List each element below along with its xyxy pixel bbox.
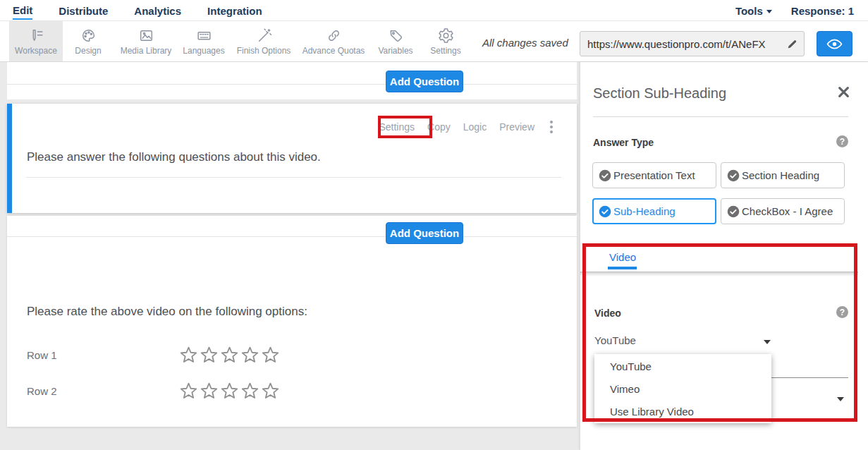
gear-icon — [437, 27, 455, 44]
toolbar-label: Variables — [378, 46, 412, 56]
star-icon[interactable] — [178, 381, 199, 401]
question-actions: Settings Copy Logic Preview — [379, 119, 556, 135]
toolbar-label: Media Library — [121, 46, 172, 56]
question-logic-link[interactable]: Logic — [463, 121, 487, 133]
chevron-down-icon[interactable] — [764, 340, 771, 344]
dropdown-option-youtube[interactable]: YouTube — [594, 355, 771, 378]
rating-row-1: Row 1 — [27, 343, 281, 366]
toolbar-label: Finish Options — [237, 46, 291, 56]
response-count[interactable]: Response: 1 — [791, 2, 854, 19]
answer-type-label: Answer Type — [593, 137, 654, 148]
star-rating-row-1[interactable] — [178, 345, 281, 365]
toolbar-item-finish-options[interactable]: Finish Options — [229, 21, 298, 61]
survey-toolbar: Workspace Design Media Library Languages… — [0, 21, 868, 62]
dropdown-option-use-library-video[interactable]: Use Library Video — [594, 401, 771, 423]
question-card-rating[interactable]: Add Question Please rate the above video… — [7, 216, 577, 427]
image-icon — [137, 27, 155, 44]
answer-type-checkbox-i-agree[interactable]: CheckBox - I Agree — [721, 198, 845, 224]
workspace-icon — [27, 27, 45, 44]
star-icon[interactable] — [178, 345, 199, 365]
nav-tab-edit[interactable]: Edit — [13, 1, 32, 20]
dropdown-option-vimeo[interactable]: Vimeo — [594, 378, 771, 401]
nav-tab-analytics[interactable]: Analytics — [134, 2, 181, 19]
active-tab-underline — [608, 267, 637, 269]
star-icon[interactable] — [219, 345, 240, 365]
check-circle-icon — [599, 205, 611, 218]
star-icon[interactable] — [260, 381, 281, 401]
question-settings-panel: Section Sub-Heading Answer Type ? Presen… — [580, 62, 868, 450]
section-divider — [7, 236, 577, 237]
video-source-dropdown: YouTube Vimeo Use Library Video — [594, 354, 771, 423]
answer-type-sub-heading[interactable]: Sub-Heading — [592, 198, 716, 224]
survey-url-field[interactable] — [580, 31, 805, 56]
nav-tab-distribute[interactable]: Distribute — [59, 2, 108, 19]
star-icon[interactable] — [219, 381, 240, 401]
row-label: Row 1 — [27, 349, 178, 361]
video-source-select[interactable]: YouTube — [594, 334, 636, 346]
question-preview-link[interactable]: Preview — [499, 121, 534, 133]
panel-title: Section Sub-Heading — [593, 85, 726, 102]
eye-icon — [826, 38, 843, 50]
question-more-menu[interactable] — [547, 119, 556, 135]
panel-divider — [593, 116, 848, 117]
toolbar-label: Design — [75, 46, 101, 56]
keyboard-icon — [195, 27, 213, 44]
magic-wand-icon — [255, 27, 273, 44]
check-circle-icon — [727, 205, 740, 218]
video-label: Video — [594, 308, 621, 319]
answer-type-presentation-text[interactable]: Presentation Text — [592, 162, 716, 188]
star-icon[interactable] — [199, 381, 219, 401]
toolbar-item-advance-quotas[interactable]: Advance Quotas — [298, 21, 369, 61]
star-icon[interactable] — [240, 381, 260, 401]
check-circle-icon — [599, 169, 611, 182]
question-text[interactable]: Please answer the following questions ab… — [27, 150, 321, 164]
toolbar-item-media-library[interactable]: Media Library — [114, 21, 178, 61]
chain-links-icon — [325, 27, 343, 44]
star-icon[interactable] — [199, 345, 219, 365]
question-settings-link[interactable]: Settings — [379, 121, 415, 133]
toolbar-label: Advance Quotas — [302, 46, 365, 56]
help-icon[interactable]: ? — [836, 135, 848, 147]
secondary-select-chevron-icon[interactable] — [837, 397, 844, 401]
tag-icon — [387, 27, 405, 44]
question-divider — [26, 177, 561, 178]
toolbar-item-variables[interactable]: Variables — [369, 21, 422, 61]
toolbar-label: Settings — [430, 46, 460, 56]
edit-pencil-icon[interactable] — [786, 38, 798, 50]
tab-strip-shadow — [580, 272, 858, 276]
preview-survey-button[interactable] — [817, 31, 852, 56]
survey-editor-canvas: Add Question Settings Copy Logic Preview… — [0, 62, 580, 450]
toolbar-label: Languages — [183, 46, 224, 56]
question-card-subheading[interactable]: Settings Copy Logic Preview Please answe… — [7, 104, 577, 213]
chevron-down-icon — [766, 10, 772, 13]
question-copy-link[interactable]: Copy — [427, 121, 451, 133]
palette-icon — [80, 27, 97, 44]
star-rating-row-2[interactable] — [178, 381, 281, 401]
card-divider — [7, 84, 577, 85]
add-question-button-middle[interactable]: Add Question — [386, 222, 463, 244]
tab-video[interactable]: Video — [609, 251, 636, 263]
star-icon[interactable] — [240, 345, 260, 365]
add-question-button-top[interactable]: Add Question — [386, 71, 463, 92]
nav-tab-integration[interactable]: Integration — [207, 2, 262, 19]
toolbar-item-design[interactable]: Design — [63, 21, 114, 61]
top-navigation: Edit Distribute Analytics Integration To… — [0, 0, 868, 21]
survey-url-input[interactable] — [587, 38, 786, 50]
tools-menu[interactable]: Tools — [735, 2, 772, 19]
video-url-field-underline[interactable] — [771, 377, 848, 378]
toolbar-item-workspace[interactable]: Workspace — [9, 21, 63, 61]
toolbar-label: Workspace — [15, 46, 57, 56]
answer-type-label-text: Sub-Heading — [613, 205, 676, 217]
help-icon[interactable]: ? — [836, 306, 848, 318]
answer-type-options: Presentation Text Section Heading Sub-He… — [592, 162, 849, 224]
answer-type-section-heading[interactable]: Section Heading — [721, 162, 845, 188]
close-icon[interactable] — [838, 86, 850, 101]
star-icon[interactable] — [260, 345, 281, 365]
toolbar-item-languages[interactable]: Languages — [178, 21, 229, 61]
tools-label: Tools — [735, 5, 763, 17]
answer-type-label-text: CheckBox - I Agree — [742, 205, 833, 217]
toolbar-item-settings[interactable]: Settings — [422, 21, 469, 61]
rating-question-text[interactable]: Please rate the above video on the follo… — [27, 305, 307, 319]
answer-type-label-text: Section Heading — [742, 169, 819, 181]
answer-type-label-text: Presentation Text — [613, 169, 695, 181]
